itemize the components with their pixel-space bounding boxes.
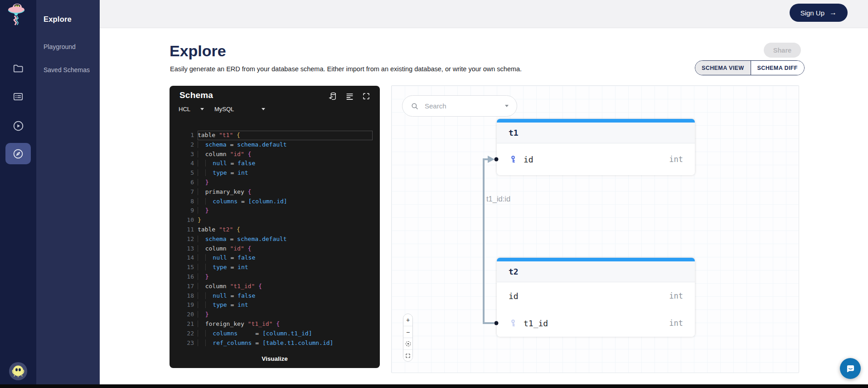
code-line-3[interactable]: 3 column "id" { — [170, 150, 380, 159]
line-number: 19 — [170, 300, 198, 310]
table-header[interactable]: t1 — [497, 123, 695, 143]
arrow-right-icon: → — [829, 9, 837, 17]
atlas-ufo-logo[interactable] — [3, 1, 30, 26]
code-line-1[interactable]: 1table "t1" { — [170, 131, 380, 140]
align-left-icon — [345, 92, 354, 101]
table-column-t1-id[interactable]: idint — [497, 143, 695, 175]
code-line-19[interactable]: 19 type = int — [170, 300, 380, 310]
code-text: primary_key { — [198, 187, 373, 197]
chevron-down-icon — [262, 108, 265, 110]
code-line-7[interactable]: 7 primary_key { — [170, 187, 380, 197]
line-number: 22 — [170, 329, 198, 339]
format-code-button[interactable] — [345, 92, 354, 101]
code-line-5[interactable]: 5 type = int — [170, 168, 380, 178]
sign-up-button[interactable]: Sign Up → — [790, 4, 848, 22]
page-title: Explore — [170, 42, 226, 60]
erd-table-t2[interactable]: t2 idintt1_idint — [497, 258, 695, 337]
table-column-t2-id[interactable]: idint — [497, 282, 695, 309]
code-text: column "t1_id" { — [198, 282, 373, 291]
column-name: id — [509, 291, 519, 301]
database-import-icon — [328, 92, 337, 101]
code-line-9[interactable]: 9 } — [170, 206, 380, 216]
table-name: t1 — [509, 128, 519, 138]
tab-schema-diff[interactable]: SCHEMA DIFF — [751, 61, 804, 75]
code-text: table "t2" { — [198, 225, 373, 235]
line-number: 6 — [170, 178, 198, 187]
code-text: } — [198, 206, 373, 216]
code-text: column "id" { — [198, 150, 373, 159]
chevron-down-icon — [200, 108, 204, 110]
table-accent-bar — [497, 258, 695, 261]
relationship-label: t1_id:id — [486, 195, 510, 203]
line-number: 1 — [170, 131, 198, 140]
user-avatar[interactable] — [9, 362, 28, 381]
edge-arrowhead — [488, 156, 495, 163]
code-line-23[interactable]: 23 ref_columns = [table.t1.column.id] — [170, 339, 380, 348]
import-database-button[interactable] — [328, 92, 337, 101]
dialect-select-value: MySQL — [214, 106, 234, 113]
fullscreen-icon — [405, 353, 411, 359]
code-line-21[interactable]: 21 foreign_key "t1_id" { — [170, 319, 380, 329]
erd-canvas[interactable]: Search t1_id:id t1 idint t2 idintt1_idin… — [391, 85, 799, 373]
code-text: null = false — [198, 159, 373, 168]
code-editor-lines[interactable]: 1table "t1" {2 schema = schema.default3 … — [170, 131, 380, 348]
line-number: 11 — [170, 225, 198, 235]
primary-key-icon — [509, 155, 518, 164]
chat-widget-button[interactable] — [840, 358, 861, 379]
code-line-17[interactable]: 17 column "t1_id" { — [170, 282, 380, 291]
code-line-14[interactable]: 14 null = false — [170, 253, 380, 263]
canvas-fullscreen-button[interactable] — [403, 349, 412, 361]
code-text: type = int — [198, 263, 373, 272]
share-button[interactable]: Share — [764, 43, 801, 58]
code-line-4[interactable]: 4 null = false — [170, 159, 380, 168]
column-name: id — [524, 155, 533, 164]
code-line-20[interactable]: 20 } — [170, 310, 380, 319]
erd-search-box[interactable]: Search — [402, 95, 517, 117]
code-text: foreign_key "t1_id" { — [198, 319, 373, 329]
sign-up-label: Sign Up — [800, 9, 824, 17]
list-details-icon — [12, 91, 24, 103]
visualize-button[interactable]: Visualize — [170, 349, 380, 368]
code-line-15[interactable]: 15 type = int — [170, 263, 380, 272]
code-line-6[interactable]: 6 } — [170, 178, 380, 187]
code-line-8[interactable]: 8 columns = [column.id] — [170, 197, 380, 206]
sidebar-item-schemas[interactable] — [12, 62, 24, 75]
erd-table-t1[interactable]: t1 idint — [497, 119, 695, 175]
code-line-13[interactable]: 13 column "id" { — [170, 244, 380, 254]
code-text: schema = schema.default — [198, 235, 373, 244]
code-text: column "id" { — [198, 244, 373, 254]
fit-view-button[interactable] — [403, 338, 412, 349]
code-line-11[interactable]: 11table "t2" { — [170, 225, 380, 235]
language-select[interactable]: HCL — [179, 106, 204, 113]
table-header[interactable]: t2 — [497, 261, 695, 282]
sidebar-item-saved-schemas[interactable]: Saved Schemas — [44, 65, 92, 75]
code-line-12[interactable]: 12 schema = schema.default — [170, 235, 380, 244]
subnav-heading: Explore — [44, 15, 72, 24]
sidebar-item-details[interactable] — [12, 90, 24, 103]
column-type: int — [669, 319, 683, 328]
dialect-select[interactable]: MySQL — [214, 106, 265, 113]
code-line-10[interactable]: 10} — [170, 216, 380, 225]
sidebar-item-playground-link[interactable]: Playground — [44, 42, 92, 52]
sidebar-item-explore-active[interactable] — [5, 143, 31, 164]
table-column-t2-t1_id[interactable]: t1_idint — [497, 309, 695, 337]
editor-selects: HCL MySQL — [179, 106, 265, 113]
code-line-16[interactable]: 16 } — [170, 272, 380, 282]
line-number: 10 — [170, 216, 198, 225]
sidebar-item-playground[interactable] — [12, 119, 24, 132]
code-text: } — [198, 272, 373, 282]
table-accent-bar — [497, 119, 695, 123]
tab-schema-view[interactable]: SCHEMA VIEW — [695, 61, 751, 75]
code-line-2[interactable]: 2 schema = schema.default — [170, 140, 380, 150]
code-line-18[interactable]: 18 null = false — [170, 291, 380, 301]
fit-view-icon — [406, 341, 411, 346]
zoom-out-button[interactable]: − — [403, 326, 412, 338]
expand-editor-button[interactable] — [362, 92, 371, 101]
column-type: int — [669, 155, 683, 164]
zoom-in-button[interactable]: + — [403, 314, 412, 326]
code-line-22[interactable]: 22 columns = [column.t1_id] — [170, 329, 380, 339]
code-text: } — [198, 216, 373, 225]
code-text: columns = [column.t1_id] — [198, 329, 373, 339]
line-number: 15 — [170, 263, 198, 272]
chat-bubble-icon — [845, 363, 856, 374]
